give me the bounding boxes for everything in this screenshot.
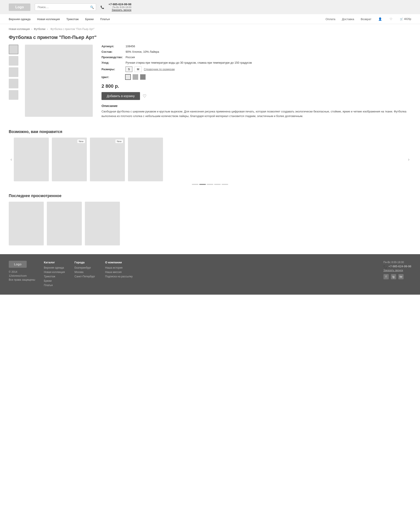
color-swatch-2[interactable] <box>133 74 138 80</box>
footer-catalog-outerwear[interactable]: Верхняя одежда <box>44 266 66 269</box>
recommendation-card-img-1 <box>14 138 49 181</box>
cart-button[interactable]: 🛒 4826р <box>400 17 411 21</box>
main-product-image <box>25 45 93 117</box>
recommendation-card-4[interactable] <box>128 138 163 181</box>
recommendation-card-img-2: New <box>52 138 87 181</box>
recommendation-card-3[interactable]: New <box>90 138 125 181</box>
add-to-cart-button[interactable]: Добавить в корзину <box>102 92 140 100</box>
color-swatch-3[interactable] <box>140 74 146 80</box>
production-value: Россия <box>126 56 135 59</box>
recent-card-3[interactable] <box>85 202 120 245</box>
description-title: Описание <box>102 104 411 108</box>
footer-about-subscribe[interactable]: Подписка на рассылку <box>105 275 133 278</box>
breadcrumb-tshirts[interactable]: Футболки <box>34 28 45 31</box>
nav-item-new-collection[interactable]: Новая коллекция <box>37 17 60 21</box>
footer-city-ekb[interactable]: Екатеринбург <box>75 266 96 269</box>
footer-catalog-knitwear[interactable]: Трикотаж <box>44 275 66 278</box>
thumb-2[interactable] <box>9 56 18 66</box>
recommendation-card-1[interactable] <box>14 138 49 181</box>
colors-row: Цвет: <box>102 74 411 80</box>
footer-city-moscow[interactable]: Москва <box>75 271 96 274</box>
composition-label: Состав: <box>102 50 123 53</box>
footer-catalog-dresses[interactable]: Платья <box>44 284 66 287</box>
carousel-prev-button[interactable]: ‹ <box>9 157 14 162</box>
recently-viewed-section: Последнее просмотренное <box>0 189 420 250</box>
color-label: Цвет: <box>102 75 123 79</box>
footer-catalog-trousers[interactable]: Брюки <box>44 279 66 282</box>
nav-payment[interactable]: Оплата <box>326 17 335 21</box>
search-input[interactable] <box>35 3 96 11</box>
footer-about-title: О компании <box>105 261 133 264</box>
header-phone: 📞 +7-985-624-99-98 Пн-Вс 8:00-18:00 Зака… <box>100 3 131 12</box>
recommendation-card-2[interactable]: New <box>52 138 87 181</box>
nav-returns[interactable]: Возврат <box>361 17 372 21</box>
carousel-wrapper: ‹ New New › <box>9 138 411 181</box>
footer-rights: Все права защищены <box>9 278 35 281</box>
size-s[interactable]: S <box>126 67 132 72</box>
dot-3[interactable] <box>207 184 213 185</box>
twitter-icon[interactable]: tw <box>398 274 404 279</box>
phone-number: +7-985-624-99-98 <box>108 3 131 6</box>
description-text: Свободная футболка с широким рукавом и к… <box>102 109 411 118</box>
footer-cities-col: Города Екатеринбург Москва Санкт-Петербу… <box>75 261 96 288</box>
recent-card-2[interactable] <box>47 202 82 245</box>
carousel-next-button[interactable]: › <box>406 157 411 162</box>
nav-item-outerwear[interactable]: Верхняя одежда <box>9 17 30 21</box>
thumb-5[interactable] <box>9 90 18 100</box>
footer-about-history[interactable]: Наша история <box>105 266 133 269</box>
facebook-icon[interactable]: f <box>383 274 389 279</box>
carousel-dots <box>9 184 411 185</box>
logo[interactable]: Logo <box>9 3 30 11</box>
footer-socials: f ig tw <box>383 274 411 279</box>
footer-top: Logo © 2014 12storeez//com Все права защ… <box>9 261 411 288</box>
footer-url: 12storeez//com <box>9 274 35 277</box>
nav-item-dresses[interactable]: Платья <box>100 17 110 21</box>
size-m[interactable]: M <box>135 67 142 72</box>
dot-2[interactable] <box>199 184 206 185</box>
instagram-icon[interactable]: ig <box>391 274 396 279</box>
new-badge-2: New <box>77 139 85 143</box>
recommendations-title: Возможно, вам понравится <box>9 130 411 134</box>
footer-catalog-col: Каталог Верхняя одежда Новая коллекция Т… <box>44 261 66 288</box>
carousel-track: New New <box>14 138 406 181</box>
nav: Верхняя одежда Новая коллекция Трикотаж … <box>0 14 420 24</box>
size-guide-link[interactable]: Справочник по размерам <box>144 68 175 71</box>
footer-logo-col: Logo © 2014 12storeez//com Все права защ… <box>9 261 35 288</box>
footer-phone-icon: 📞 <box>383 265 387 268</box>
footer-about-mission[interactable]: Наша миссия <box>105 271 133 274</box>
wishlist-icon[interactable]: ♡ <box>389 17 393 21</box>
thumb-3[interactable] <box>9 67 18 77</box>
production-label: Производство: <box>102 56 123 59</box>
footer-hours: Пн-Вс 8:00-18:00 <box>383 261 411 264</box>
dot-5[interactable] <box>222 184 228 185</box>
footer-cities-title: Города <box>75 261 96 264</box>
thumbnails <box>9 45 18 118</box>
thumb-1[interactable] <box>9 45 18 54</box>
call-link[interactable]: Заказать звонок <box>108 9 131 12</box>
breadcrumb-new-collection[interactable]: Новая коллекция <box>9 28 30 31</box>
care-value: Ручная стирка при температуре воды до 30… <box>126 61 252 64</box>
nav-item-trousers[interactable]: Брюки <box>85 17 94 21</box>
nav-item-knitwear[interactable]: Трикотаж <box>66 17 78 21</box>
thumb-4[interactable] <box>9 79 18 88</box>
footer-catalog-new-collection[interactable]: Новая коллекция <box>44 271 66 274</box>
product-section: Футболка с принтом "Поп-Пьер Арт" Артику… <box>0 32 420 125</box>
color-swatch-1[interactable] <box>125 74 131 80</box>
article-row: Артикул: 108456 <box>102 45 411 48</box>
footer-logo[interactable]: Logo <box>9 261 27 268</box>
add-to-wishlist-button[interactable]: ♡ <box>143 93 147 99</box>
recently-viewed-title: Последнее просмотренное <box>9 193 411 198</box>
footer-city-spb[interactable]: Санкт-Петербург <box>75 275 96 278</box>
recent-card-1[interactable] <box>9 202 44 245</box>
footer-about-col: О компании Наша история Наша миссия Подп… <box>105 261 133 288</box>
nav-delivery[interactable]: Доставка <box>342 17 354 21</box>
user-icon[interactable]: 👤 <box>378 17 382 21</box>
dot-1[interactable] <box>192 184 198 185</box>
recent-card-img-2 <box>47 202 82 245</box>
footer: Logo © 2014 12storeez//com Все права защ… <box>0 254 420 295</box>
footer-call-link[interactable]: Заказать звонок <box>383 269 411 272</box>
breadcrumb-current: Футболка с принтом "Поп-Пьер Арт" <box>50 28 94 31</box>
sizes-row: Размеры: S M Справочник по размерам <box>102 67 411 72</box>
dot-4[interactable] <box>214 184 221 185</box>
care-label: Уход: <box>102 61 123 64</box>
